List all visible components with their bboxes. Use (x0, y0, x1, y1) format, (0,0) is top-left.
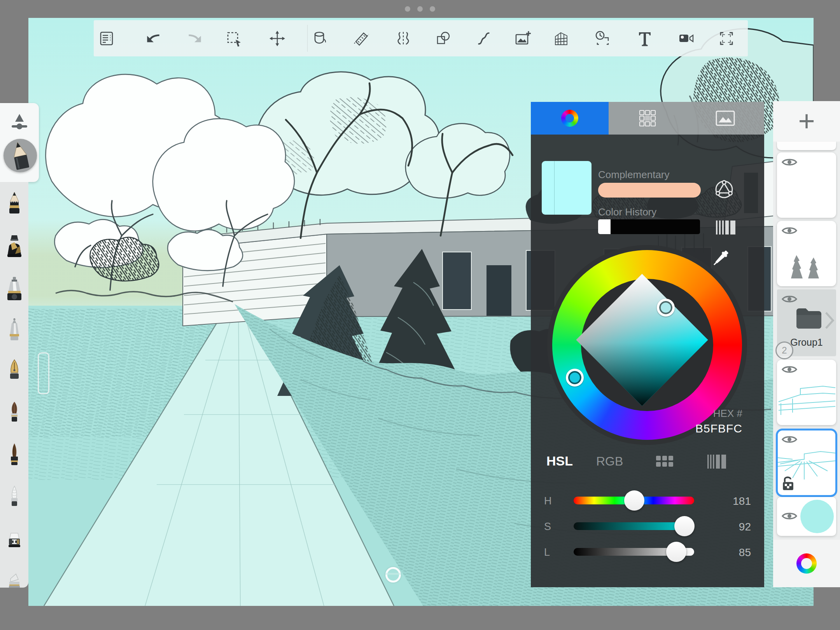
fullscreen-icon[interactable] (715, 27, 738, 50)
layer-thumbnail-trees (788, 252, 825, 282)
image-palette-icon (716, 110, 735, 126)
selection-icon[interactable] (222, 27, 245, 50)
hex-readout: HEX # B5FBFC (695, 408, 742, 435)
group-expand-chevron[interactable] (823, 310, 836, 331)
brush-sidebar (0, 182, 28, 588)
hex-value: B5FBFC (695, 422, 742, 435)
color-history-bar[interactable] (598, 219, 700, 234)
hue-slider-row: H 181 (531, 490, 764, 511)
layers-panel: + Group1 2 (773, 101, 840, 587)
mode-tab-hsl[interactable]: HSL (546, 453, 573, 469)
color-panel: Complementary Color History (531, 102, 764, 587)
symmetry-icon[interactable] (392, 27, 415, 50)
lightness-slider-thumb[interactable] (666, 542, 686, 562)
shapes-icon[interactable] (432, 27, 455, 50)
color-harmony-icon[interactable] (713, 178, 735, 201)
tool-synthetic-brush[interactable] (6, 485, 23, 511)
color-history-label: Color History (598, 206, 656, 218)
history-stack-icon[interactable] (715, 220, 736, 235)
complementary-label: Complementary (598, 169, 670, 181)
background-color-swatch[interactable] (800, 500, 834, 533)
canvas-edge-indicator (38, 352, 49, 394)
tab-swatches[interactable] (609, 102, 686, 135)
sv-selector[interactable] (657, 299, 675, 317)
hue-selector[interactable] (566, 369, 584, 387)
active-tool-pencil[interactable] (4, 139, 37, 172)
add-layer-button[interactable]: + (773, 101, 840, 142)
layer-thumbnail-sketch (777, 379, 836, 422)
history-swatch-white[interactable] (598, 219, 611, 234)
current-color-swatch[interactable] (542, 161, 592, 215)
saturation-slider[interactable] (574, 522, 694, 530)
color-wheel-button[interactable] (796, 553, 817, 574)
sliders-grid-icon[interactable] (655, 455, 674, 468)
eyedropper-icon[interactable] (709, 247, 732, 270)
tool-eraser[interactable] (6, 530, 23, 555)
background-layer-item[interactable] (777, 497, 836, 536)
color-wheel-icon (561, 110, 578, 127)
layer-item-selected[interactable] (777, 430, 836, 496)
group-count-badge: 2 (775, 341, 793, 359)
menu-icon[interactable] (95, 27, 118, 50)
hue-value: 181 (716, 495, 751, 508)
tab-color-wheel[interactable] (531, 102, 609, 135)
undo-icon[interactable] (142, 27, 165, 50)
saturation-slider-thumb[interactable] (674, 516, 695, 536)
saturation-slider-label: S (544, 521, 551, 533)
tool-fountain-pen[interactable] (6, 358, 23, 384)
swatches-grid-icon (638, 109, 657, 128)
saturation-value: 92 (716, 521, 751, 533)
color-panel-tabs (531, 102, 764, 135)
system-top-bar (0, 0, 840, 18)
lightness-value: 85 (716, 546, 751, 559)
hue-slider[interactable] (574, 497, 694, 504)
stroke-style-icon[interactable] (472, 27, 495, 50)
layer-visibility-icon[interactable] (782, 434, 797, 444)
saturation-slider-row: S 92 (531, 516, 764, 536)
tool-ink-pen[interactable] (6, 233, 23, 259)
tool-chisel-marker[interactable] (6, 569, 23, 588)
color-panel-body: Complementary Color History (531, 135, 764, 587)
tool-pencil[interactable] (6, 191, 23, 216)
layer-lock-icon[interactable] (781, 475, 795, 492)
brush-sidebar-header (0, 103, 39, 182)
layer-group-item[interactable]: Group1 2 (777, 289, 836, 356)
window-drag-handle[interactable] (405, 6, 435, 12)
layer-visibility-icon[interactable] (782, 226, 797, 236)
transform-move-icon[interactable] (266, 27, 289, 50)
fill-icon[interactable] (308, 27, 331, 50)
tool-round-brush[interactable] (6, 400, 23, 426)
time-lapse-icon[interactable] (591, 27, 614, 50)
brush-size-settings[interactable] (9, 112, 30, 133)
layer-visibility-icon[interactable] (782, 364, 797, 374)
tool-airbrush[interactable] (6, 276, 23, 302)
group-folder-icon (794, 306, 824, 331)
layer-visibility-icon[interactable] (782, 294, 797, 304)
spectrum-bars-icon[interactable] (707, 454, 727, 469)
text-icon[interactable] (633, 27, 656, 50)
tool-ballpoint-pen[interactable] (6, 317, 23, 343)
perspective-guides-icon[interactable] (550, 27, 573, 50)
record-video-icon[interactable] (675, 27, 698, 50)
layer-visibility-icon[interactable] (782, 511, 797, 521)
hue-slider-label: H (544, 495, 552, 507)
main-toolbar (94, 20, 748, 56)
redo-icon[interactable] (183, 27, 206, 50)
layer-item[interactable] (777, 221, 836, 286)
lightness-slider-row: L 85 (531, 542, 764, 562)
layer-visibility-icon[interactable] (782, 157, 797, 167)
mode-tab-rgb[interactable]: RGB (596, 454, 623, 469)
hex-label: HEX # (695, 408, 742, 420)
ruler-icon[interactable] (350, 27, 373, 50)
tab-image-palette[interactable] (686, 102, 764, 135)
lightness-slider[interactable] (574, 548, 694, 556)
layer-item[interactable] (777, 360, 836, 425)
layer-item-partial[interactable] (777, 142, 836, 150)
complementary-color-bar[interactable] (598, 183, 701, 198)
layer-item[interactable] (777, 152, 836, 218)
lightness-slider-label: L (544, 546, 550, 558)
canvas-rotate-handle[interactable] (385, 567, 401, 583)
hue-slider-thumb[interactable] (624, 490, 644, 511)
add-image-icon[interactable] (511, 27, 534, 50)
tool-pointed-brush[interactable] (6, 443, 23, 468)
